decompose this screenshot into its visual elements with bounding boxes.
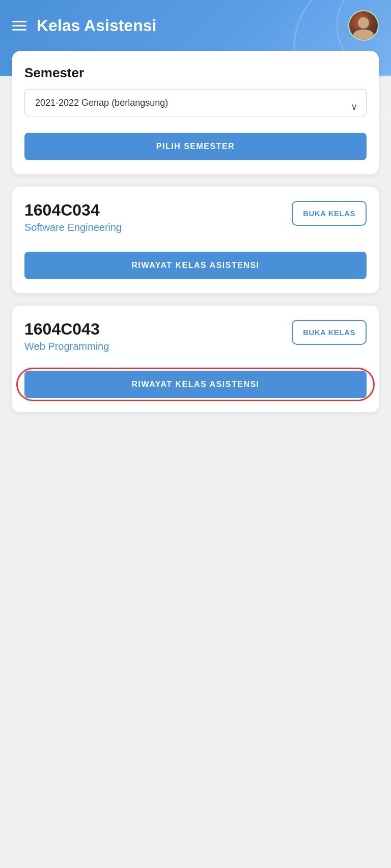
avatar[interactable] bbox=[348, 10, 379, 41]
class-card-0: 1604C034 Software Engineering BUKA KELAS… bbox=[12, 187, 379, 293]
class-info-1: 1604C043 Web Programming bbox=[24, 320, 292, 363]
semester-title: Semester bbox=[24, 65, 367, 81]
riwayat-button-1[interactable]: RIWAYAT KELAS ASISTENSI bbox=[24, 371, 367, 398]
class-subject-0: Software Engineering bbox=[24, 222, 292, 233]
semester-select[interactable]: 2021-2022 Genap (berlangsung) 2021-2022 … bbox=[24, 89, 367, 116]
buka-kelas-button-0[interactable]: BUKA KELAS bbox=[292, 201, 367, 226]
class-subject-1: Web Programming bbox=[24, 341, 292, 352]
avatar-image bbox=[349, 11, 378, 40]
buka-kelas-button-1[interactable]: BUKA KELAS bbox=[292, 320, 367, 345]
class-header-0: 1604C034 Software Engineering BUKA KELAS bbox=[24, 201, 367, 244]
semester-select-wrapper: 2021-2022 Genap (berlangsung) 2021-2022 … bbox=[24, 89, 367, 125]
content-area: Semester 2021-2022 Genap (berlangsung) 2… bbox=[0, 51, 391, 445]
page-title: Kelas Asistensi bbox=[37, 16, 156, 35]
semester-card: Semester 2021-2022 Genap (berlangsung) 2… bbox=[12, 51, 379, 174]
class-header-1: 1604C043 Web Programming BUKA KELAS bbox=[24, 320, 367, 363]
class-info-0: 1604C034 Software Engineering bbox=[24, 201, 292, 244]
riwayat-button-container-1: RIWAYAT KELAS ASISTENSI bbox=[24, 371, 367, 398]
class-code-0: 1604C034 bbox=[24, 201, 292, 220]
header-left: Kelas Asistensi bbox=[12, 16, 156, 35]
pilih-semester-button[interactable]: PILIH SEMESTER bbox=[24, 133, 367, 160]
riwayat-button-0[interactable]: RIWAYAT KELAS ASISTENSI bbox=[24, 252, 367, 279]
class-code-1: 1604C043 bbox=[24, 320, 292, 339]
class-card-1: 1604C043 Web Programming BUKA KELAS RIWA… bbox=[12, 306, 379, 412]
menu-icon[interactable] bbox=[12, 21, 26, 31]
